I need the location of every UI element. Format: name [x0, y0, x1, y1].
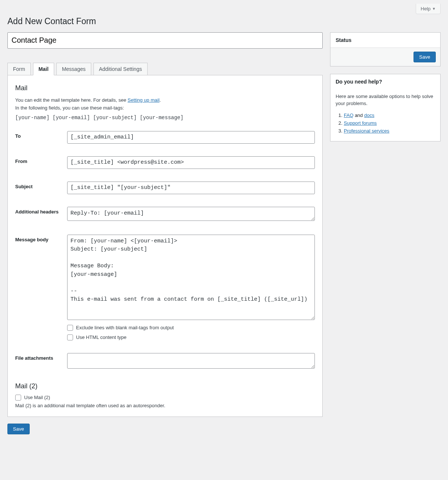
exclude-blank-label: Exclude lines with blank mail-tags from …: [76, 325, 174, 330]
help-tab[interactable]: Help ▼: [416, 4, 441, 14]
support-forums-link[interactable]: Support forums: [344, 120, 377, 126]
docs-link[interactable]: docs: [364, 112, 374, 118]
help-box-title: Do you need help?: [330, 74, 440, 89]
use-html-checkbox[interactable]: [67, 334, 73, 340]
use-html-label: Use HTML content type: [76, 334, 126, 340]
message-body-input[interactable]: [67, 235, 315, 320]
subject-label: Subject: [15, 182, 67, 189]
use-mail2-label: Use Mail (2): [24, 395, 50, 400]
help-tab-label: Help: [421, 6, 431, 12]
tab-additional-settings[interactable]: Additional Settings: [93, 63, 148, 75]
exclude-blank-checkbox[interactable]: [67, 325, 73, 331]
help-link-item-2: Support forums: [344, 120, 435, 126]
use-mail2-checkbox[interactable]: [15, 395, 21, 401]
status-postbox: Status Save: [330, 32, 441, 66]
mail2-note: Mail (2) is an additional mail template …: [15, 403, 315, 408]
faq-link[interactable]: FAQ: [344, 112, 353, 118]
professional-services-link[interactable]: Professional services: [344, 128, 389, 134]
headers-label: Additional headers: [15, 207, 67, 215]
tab-mail[interactable]: Mail: [33, 63, 54, 75]
save-button-sidebar[interactable]: Save: [414, 52, 436, 62]
mail-intro-line-1: You can edit the mail template here. For…: [15, 97, 315, 104]
help-postbox: Do you need help? Here are some availabl…: [330, 74, 441, 141]
tabs: Form Mail Messages Additional Settings: [7, 63, 323, 75]
save-button-bottom[interactable]: Save: [7, 424, 30, 434]
attachments-label: File attachments: [15, 353, 67, 361]
additional-headers-input[interactable]: [67, 207, 315, 221]
contact-form-title-input[interactable]: [7, 32, 323, 49]
file-attachments-input[interactable]: [67, 353, 315, 369]
status-title: Status: [330, 33, 440, 48]
tab-messages[interactable]: Messages: [56, 63, 91, 75]
help-link-item-3: Professional services: [344, 128, 435, 134]
mail-panel: Mail You can edit the mail template here…: [7, 75, 323, 417]
subject-input[interactable]: [67, 182, 315, 194]
mail-heading: Mail: [15, 84, 315, 92]
setting-up-mail-link[interactable]: Setting up mail: [128, 97, 159, 103]
to-label: To: [15, 131, 67, 139]
to-input[interactable]: [67, 131, 315, 144]
body-label: Message body: [15, 235, 67, 242]
mail-intro-line-2: In the following fields, you can use the…: [15, 104, 315, 112]
help-link-item-1: FAQ and docs: [344, 112, 435, 118]
from-label: From: [15, 156, 67, 164]
tab-form[interactable]: Form: [7, 63, 31, 75]
mail-tags: [your-name] [your-email] [your-subject] …: [15, 115, 315, 121]
from-input[interactable]: [67, 156, 315, 169]
help-box-text: Here are some available options to help …: [336, 93, 435, 107]
page-title: Add New Contact Form: [7, 16, 441, 27]
mail2-heading: Mail (2): [15, 382, 315, 390]
chevron-down-icon: ▼: [432, 7, 436, 11]
